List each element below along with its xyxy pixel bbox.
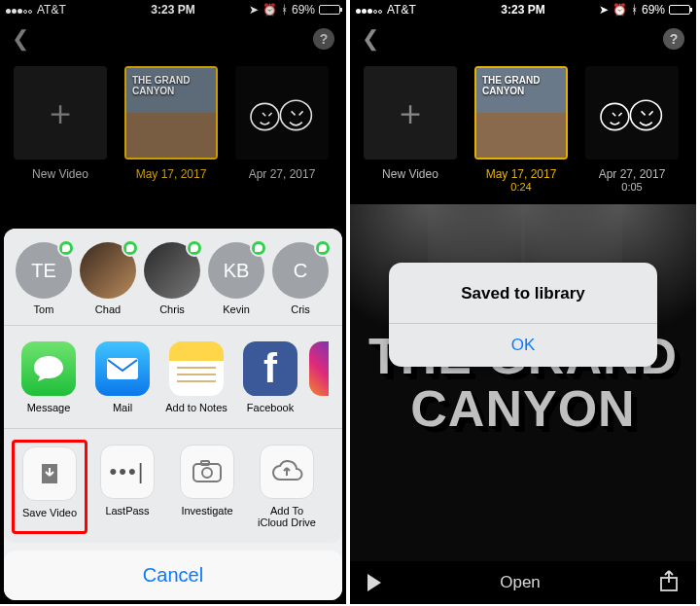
help-icon[interactable]: ?	[663, 28, 684, 50]
action-lastpass[interactable]: •••| LastPass	[89, 445, 165, 529]
status-time: 3:23 PM	[350, 3, 696, 17]
project-row: ＋ New Video THE GRAND CANYON May 17, 201…	[350, 58, 696, 196]
open-button[interactable]: Open	[500, 573, 541, 592]
investigate-icon	[180, 445, 234, 499]
project-selected[interactable]: THE GRAND CANYON May 17, 2017 0:24	[474, 66, 568, 193]
action-investigate[interactable]: Investigate	[169, 445, 245, 529]
phone-right: AT&T 3:23 PM ➤ ⏰ ᚼ 69% ❮ ? ＋ New Video T…	[350, 0, 696, 604]
share-sheet: TE Tom Chad Chris KB Kevin C Cris	[4, 229, 342, 600]
messages-badge-icon	[250, 239, 267, 257]
svg-point-6	[202, 468, 212, 478]
battery-icon	[669, 5, 690, 15]
app-mail[interactable]: Mail	[88, 341, 158, 414]
nav-bar: ❮ ?	[350, 19, 696, 58]
plus-icon: ＋	[393, 89, 428, 137]
svg-rect-4	[193, 464, 221, 481]
saved-alert: Saved to library OK	[389, 263, 657, 367]
lastpass-icon: •••|	[100, 445, 155, 499]
contact-item[interactable]: Chris	[142, 242, 202, 315]
status-bar: AT&T 3:23 PM ➤ ⏰ ᚼ 69%	[350, 0, 696, 19]
contact-item[interactable]: Chad	[78, 242, 138, 315]
share-apps-row[interactable]: Message Mail Add to Notes f Facebook	[4, 326, 342, 429]
messages-badge-icon	[122, 239, 139, 257]
mail-icon	[95, 341, 150, 396]
bottom-toolbar: Open	[350, 561, 696, 604]
share-contacts-row[interactable]: TE Tom Chad Chris KB Kevin C Cris	[4, 229, 342, 326]
share-button[interactable]	[659, 569, 679, 597]
back-icon[interactable]: ❮	[362, 26, 379, 52]
project-new[interactable]: ＋ New Video	[364, 66, 457, 193]
video-preview[interactable]: THE GRAND CANYON	[350, 204, 696, 561]
phone-left: AT&T 3:23 PM ➤ ⏰ ᚼ 69% ❮ ? ＋ New Video T…	[0, 0, 346, 604]
alert-message: Saved to library	[389, 263, 657, 323]
messages-badge-icon	[314, 239, 332, 257]
icloud-drive-icon	[260, 445, 314, 499]
app-facebook[interactable]: f Facebook	[235, 341, 305, 414]
play-button[interactable]	[368, 574, 381, 591]
svg-rect-2	[107, 358, 138, 379]
facebook-icon: f	[243, 341, 298, 396]
action-save-video[interactable]: Save Video	[12, 440, 88, 534]
project-item[interactable]: Apr 27, 2017 0:05	[585, 66, 679, 193]
action-icloud-drive[interactable]: Add To iCloud Drive	[249, 445, 325, 529]
contact-item[interactable]: TE Tom	[14, 242, 74, 315]
instagram-icon	[309, 341, 329, 396]
messages-badge-icon	[57, 239, 75, 257]
contact-item[interactable]: C Cris	[270, 242, 331, 315]
message-icon	[21, 341, 76, 396]
app-message[interactable]: Message	[14, 341, 84, 414]
app-notes[interactable]: Add to Notes	[161, 341, 231, 414]
messages-badge-icon	[186, 239, 203, 257]
svg-point-7	[601, 103, 629, 129]
pumpkins-icon	[585, 66, 679, 160]
cancel-button[interactable]: Cancel	[4, 551, 342, 600]
app-partial[interactable]	[309, 341, 329, 414]
save-video-icon	[22, 446, 77, 501]
contact-item[interactable]: KB Kevin	[206, 242, 266, 315]
share-actions-row[interactable]: Save Video •••| LastPass Investigate Add…	[4, 429, 342, 543]
notes-icon	[169, 341, 224, 396]
alert-ok-button[interactable]: OK	[389, 323, 657, 367]
